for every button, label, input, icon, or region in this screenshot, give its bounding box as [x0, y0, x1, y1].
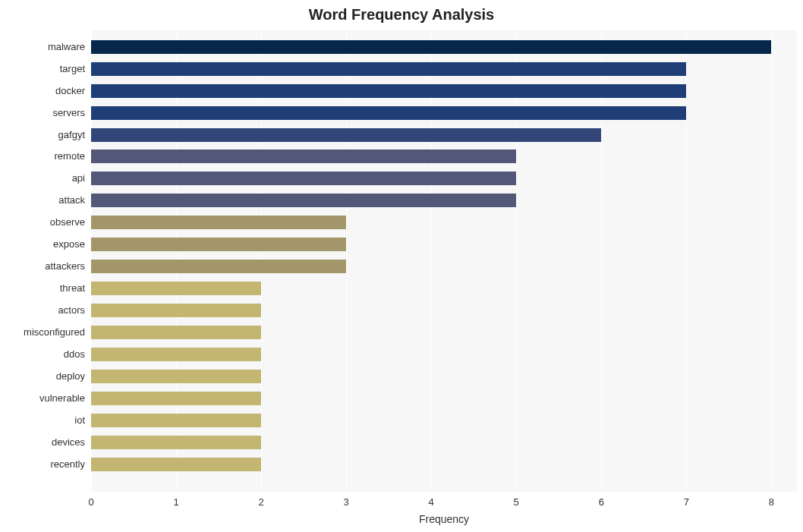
- bar: [91, 348, 261, 361]
- y-tick-label: vulnerable: [0, 392, 85, 405]
- bar: [91, 106, 686, 120]
- bar: [91, 216, 346, 229]
- bar: [91, 84, 686, 98]
- x-tick-label: 0: [88, 496, 93, 508]
- x-tick-label: 1: [173, 496, 178, 508]
- chart-title: Word Frequency Analysis: [0, 6, 803, 24]
- x-axis-title: Frequency: [91, 513, 797, 525]
- bars-container: [91, 30, 797, 492]
- y-tick-label: expose: [0, 238, 85, 251]
- bar: [91, 436, 261, 449]
- y-tick-label: ddos: [0, 348, 85, 361]
- y-tick-label: attackers: [0, 260, 85, 273]
- plot-area: [91, 30, 797, 492]
- y-tick-label: target: [0, 62, 85, 76]
- x-tick-label: 5: [514, 496, 519, 508]
- bar: [91, 40, 771, 54]
- bar: [91, 150, 516, 163]
- bar: [91, 414, 261, 427]
- y-tick-label: observe: [0, 216, 85, 229]
- y-tick-label: actors: [0, 304, 85, 317]
- y-tick-label: recently: [0, 458, 85, 471]
- bar: [91, 172, 516, 185]
- y-tick-label: api: [0, 172, 85, 185]
- y-tick-label: attack: [0, 194, 85, 207]
- bar: [91, 326, 261, 339]
- x-tick-label: 4: [429, 496, 434, 508]
- y-tick-label: threat: [0, 282, 85, 295]
- x-tick-label: 2: [258, 496, 263, 508]
- y-tick-label: devices: [0, 436, 85, 449]
- y-tick-label: servers: [0, 106, 85, 120]
- y-tick-label: deploy: [0, 370, 85, 383]
- word-frequency-chart: Word Frequency Analysis malwaretargetdoc…: [0, 0, 803, 532]
- y-tick-label: misconfigured: [0, 326, 85, 339]
- x-tick-label: 8: [769, 496, 774, 508]
- bar: [91, 260, 346, 273]
- y-tick-label: iot: [0, 414, 85, 427]
- bar: [91, 392, 261, 405]
- bar: [91, 304, 261, 317]
- x-tick-label: 6: [599, 496, 604, 508]
- bar: [91, 194, 516, 207]
- y-tick-label: remote: [0, 150, 85, 163]
- x-tick-label: 3: [344, 496, 349, 508]
- y-tick-label: docker: [0, 84, 85, 98]
- bar: [91, 458, 261, 471]
- y-tick-label: malware: [0, 40, 85, 54]
- bar: [91, 238, 346, 251]
- y-axis-labels: malwaretargetdockerserversgafgytremoteap…: [0, 30, 87, 492]
- bar: [91, 282, 261, 295]
- bar: [91, 62, 686, 76]
- bar: [91, 370, 261, 383]
- bar: [91, 128, 601, 142]
- x-tick-label: 7: [684, 496, 689, 508]
- y-tick-label: gafgyt: [0, 128, 85, 142]
